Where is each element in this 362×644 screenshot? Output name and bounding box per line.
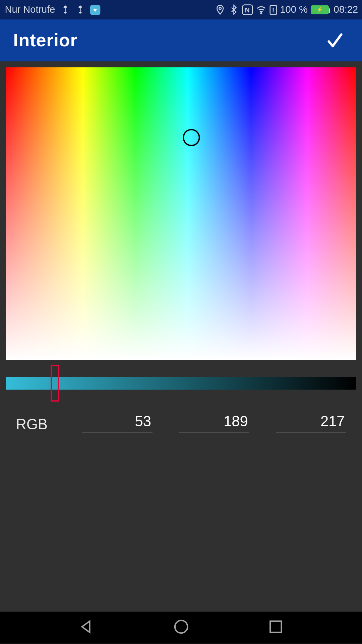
nav-home-button[interactable] — [173, 619, 189, 637]
nav-back-button[interactable] — [78, 619, 95, 637]
carrier-label: Nur Notrufe — [5, 4, 55, 15]
health-icon: ♥ — [90, 5, 100, 15]
brightness-slider[interactable] — [6, 377, 356, 390]
status-left: Nur Notrufe ♥ — [5, 4, 215, 15]
usb-icon — [75, 5, 85, 15]
alert-icon: ! — [269, 5, 277, 15]
circle-home-icon — [173, 619, 189, 635]
square-recent-icon — [267, 619, 284, 635]
rgb-label: RGB — [16, 416, 82, 433]
app-bar: Interior — [0, 19, 362, 61]
color-map-cursor[interactable] — [183, 129, 200, 146]
svg-point-2 — [219, 7, 221, 10]
color-map[interactable] — [6, 67, 356, 360]
color-picker-frame — [0, 61, 362, 366]
check-icon — [326, 31, 344, 50]
svg-point-4 — [175, 621, 187, 633]
svg-point-1 — [79, 6, 81, 8]
location-icon — [215, 4, 225, 15]
brightness-handle[interactable] — [51, 365, 59, 401]
rgb-g-input[interactable]: 189 — [179, 412, 249, 433]
battery-percent: 100 % — [280, 4, 307, 15]
rgb-r-input[interactable]: 53 — [82, 412, 153, 433]
svg-point-3 — [260, 13, 261, 14]
status-right: N ! 100 % ⚡ 08:22 — [215, 4, 358, 15]
battery-icon: ⚡ — [311, 5, 329, 14]
nfc-icon: N — [242, 4, 253, 15]
usb-icon — [60, 5, 70, 15]
system-nav-bar — [0, 612, 362, 644]
rgb-row: RGB 53 189 217 — [0, 412, 362, 433]
status-bar: Nur Notrufe ♥ N — [0, 0, 362, 19]
bluetooth-icon — [228, 4, 239, 15]
svg-point-0 — [64, 6, 66, 8]
wifi-icon — [256, 4, 266, 15]
brightness-slider-frame — [0, 377, 362, 390]
rgb-b-input[interactable]: 217 — [276, 412, 346, 433]
page-title: Interior — [13, 30, 78, 51]
nav-recent-button[interactable] — [267, 619, 284, 637]
confirm-button[interactable] — [321, 27, 349, 54]
svg-rect-5 — [270, 621, 281, 632]
clock-label: 08:22 — [334, 4, 358, 15]
triangle-back-icon — [78, 619, 95, 635]
